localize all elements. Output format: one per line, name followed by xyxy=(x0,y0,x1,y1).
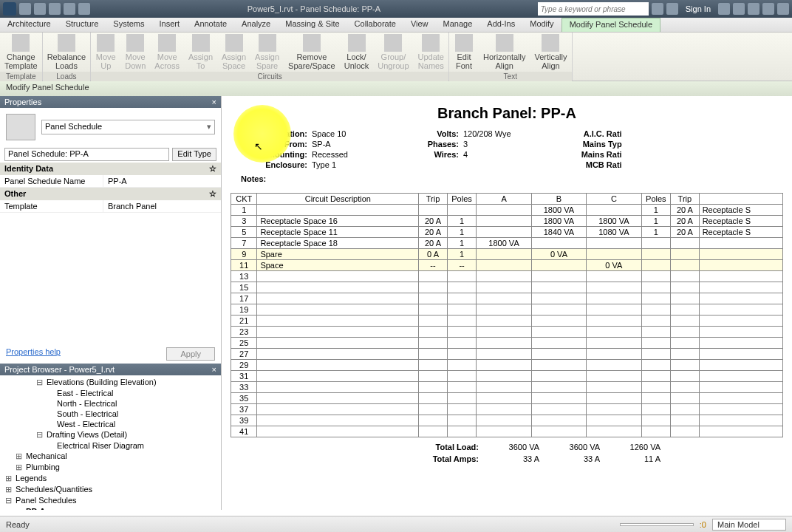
table-cell[interactable] xyxy=(257,415,419,426)
table-cell[interactable] xyxy=(699,349,782,360)
table-cell[interactable] xyxy=(447,316,477,327)
table-header[interactable]: Circuit Description xyxy=(257,194,419,205)
table-header[interactable] xyxy=(699,194,782,205)
properties-close-icon[interactable]: × xyxy=(212,98,216,106)
table-cell[interactable]: 20 A xyxy=(671,216,700,227)
table-cell[interactable] xyxy=(671,238,700,249)
table-cell[interactable] xyxy=(419,371,448,382)
table-cell[interactable] xyxy=(699,426,782,437)
tree-expander-icon[interactable]: ⊟ xyxy=(35,430,43,440)
table-cell[interactable] xyxy=(477,249,531,260)
table-cell[interactable]: Receptacle S xyxy=(699,227,782,238)
table-cell[interactable]: 7 xyxy=(231,238,257,249)
table-row[interactable]: 29 xyxy=(231,360,783,371)
table-cell[interactable] xyxy=(641,304,671,316)
table-cell[interactable]: 1800 VA xyxy=(531,216,586,227)
ribbon-tab[interactable]: Add-Ins xyxy=(479,18,522,32)
table-header[interactable]: B xyxy=(531,194,586,205)
table-cell[interactable]: 0 VA xyxy=(587,260,641,271)
table-cell[interactable] xyxy=(257,382,419,393)
table-cell[interactable] xyxy=(531,349,586,360)
table-cell[interactable] xyxy=(671,271,700,282)
table-cell[interactable]: 1800 VA xyxy=(587,216,641,227)
app-logo-icon[interactable] xyxy=(3,2,16,16)
table-cell[interactable] xyxy=(671,249,700,260)
table-cell[interactable] xyxy=(477,404,531,415)
table-cell[interactable] xyxy=(587,293,641,304)
table-cell[interactable]: 15 xyxy=(231,282,257,293)
table-cell[interactable]: 1080 VA xyxy=(587,227,641,238)
tree-node[interactable]: East - Electrical xyxy=(1,388,219,398)
table-cell[interactable] xyxy=(419,327,448,338)
tree-node[interactable]: North - Electrical xyxy=(1,398,219,409)
table-cell[interactable] xyxy=(671,393,700,404)
table-cell[interactable]: 20 A xyxy=(419,216,448,227)
table-cell[interactable] xyxy=(531,238,586,249)
table-cell[interactable] xyxy=(587,382,641,393)
table-cell[interactable] xyxy=(477,227,531,238)
table-cell[interactable] xyxy=(531,393,586,404)
table-cell[interactable] xyxy=(587,404,641,415)
ribbon-tab[interactable]: Massing & Site xyxy=(278,18,346,32)
table-cell[interactable]: 20 A xyxy=(419,227,448,238)
table-cell[interactable]: 1 xyxy=(231,205,257,216)
table-cell[interactable] xyxy=(587,249,641,260)
instance-selector[interactable]: Panel Schedule: PP-A xyxy=(4,148,169,161)
tree-label[interactable]: Plumbing xyxy=(24,463,61,471)
table-cell[interactable] xyxy=(447,205,477,216)
table-cell[interactable] xyxy=(699,338,782,349)
table-row[interactable]: 31 xyxy=(231,371,783,382)
table-cell[interactable]: 1840 VA xyxy=(531,227,586,238)
table-cell[interactable] xyxy=(477,293,531,304)
table-cell[interactable] xyxy=(587,282,641,293)
table-cell[interactable]: 17 xyxy=(231,293,257,304)
table-cell[interactable] xyxy=(419,293,448,304)
tree-expander-icon[interactable]: ⊟ xyxy=(35,378,43,387)
table-cell[interactable] xyxy=(447,426,477,437)
table-cell[interactable]: -- xyxy=(419,260,448,271)
table-row[interactable]: 39 xyxy=(231,415,783,426)
ribbon-tab[interactable]: Modify xyxy=(522,18,561,32)
table-cell[interactable]: 23 xyxy=(231,327,257,338)
tree-node[interactable]: ⊟ Panel Schedules xyxy=(1,495,219,506)
table-cell[interactable] xyxy=(257,404,419,415)
table-cell[interactable] xyxy=(699,371,782,382)
table-cell[interactable] xyxy=(641,371,671,382)
table-cell[interactable] xyxy=(641,282,671,293)
table-cell[interactable] xyxy=(447,393,477,404)
table-cell[interactable] xyxy=(699,304,782,316)
table-cell[interactable] xyxy=(531,327,586,338)
tree-label[interactable]: Schedules/Quantities xyxy=(14,485,94,494)
table-cell[interactable] xyxy=(419,304,448,316)
ribbon-button[interactable]: HorizontallyAlign xyxy=(479,33,530,72)
table-header[interactable]: Poles xyxy=(641,194,671,205)
table-cell[interactable] xyxy=(531,404,586,415)
table-cell[interactable]: Spare xyxy=(257,249,419,260)
workset-selector[interactable]: Main Model xyxy=(712,519,786,531)
table-cell[interactable]: Space xyxy=(257,260,419,271)
table-cell[interactable] xyxy=(587,271,641,282)
redo-icon[interactable] xyxy=(64,3,75,15)
table-cell[interactable]: 39 xyxy=(231,415,257,426)
table-cell[interactable] xyxy=(477,393,531,404)
table-cell[interactable] xyxy=(477,338,531,349)
table-cell[interactable] xyxy=(419,205,448,216)
table-row[interactable]: 35 xyxy=(231,393,783,404)
table-cell[interactable] xyxy=(257,205,419,216)
table-row[interactable]: 25 xyxy=(231,338,783,349)
table-cell[interactable] xyxy=(419,426,448,437)
tree-label[interactable]: Drafting Views (Detail) xyxy=(45,430,129,439)
table-cell[interactable] xyxy=(477,382,531,393)
table-cell[interactable]: 19 xyxy=(231,304,257,316)
tree-label[interactable]: Mechanical xyxy=(24,451,69,460)
table-row[interactable]: 13 xyxy=(231,271,783,282)
table-cell[interactable] xyxy=(477,216,531,227)
table-cell[interactable] xyxy=(257,293,419,304)
table-cell[interactable] xyxy=(587,349,641,360)
table-row[interactable]: 21 xyxy=(231,316,783,327)
table-cell[interactable] xyxy=(587,304,641,316)
tree-node[interactable]: PP-A xyxy=(1,506,219,510)
table-cell[interactable] xyxy=(671,415,700,426)
table-header[interactable]: A xyxy=(477,194,531,205)
table-cell[interactable]: 1 xyxy=(641,227,671,238)
